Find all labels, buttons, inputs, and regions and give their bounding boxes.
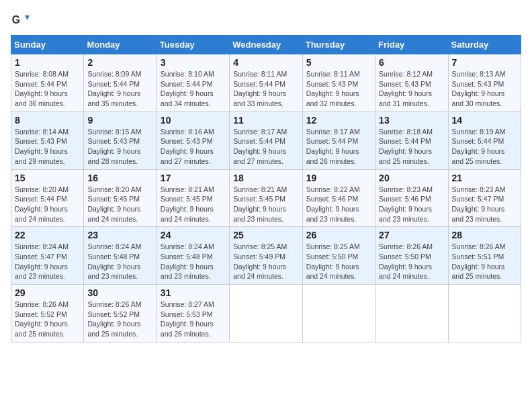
svg-text:G: G	[12, 14, 20, 26]
day-info: Sunrise: 8:20 AMSunset: 5:44 PMDaylight:…	[15, 185, 80, 224]
day-info: Sunrise: 8:24 AMSunset: 5:47 PMDaylight:…	[15, 242, 80, 281]
svg-marker-1	[25, 15, 30, 20]
day-info: Sunrise: 8:18 AMSunset: 5:44 PMDaylight:…	[379, 127, 444, 167]
calendar-day-cell: 25Sunrise: 8:25 AMSunset: 5:49 PMDayligh…	[230, 227, 302, 285]
day-info: Sunrise: 8:20 AMSunset: 5:45 PMDaylight:…	[87, 185, 152, 224]
weekday-header-tuesday: Tuesday	[157, 36, 229, 54]
day-info: Sunrise: 8:23 AMSunset: 5:47 PMDaylight:…	[452, 185, 517, 224]
day-info: Sunrise: 8:25 AMSunset: 5:50 PMDaylight:…	[306, 242, 371, 281]
weekday-header-friday: Friday	[375, 36, 448, 54]
day-info: Sunrise: 8:26 AMSunset: 5:52 PMDaylight:…	[15, 300, 80, 339]
day-info: Sunrise: 8:17 AMSunset: 5:44 PMDaylight:…	[306, 127, 371, 167]
day-number: 14	[452, 115, 517, 126]
day-info: Sunrise: 8:21 AMSunset: 5:45 PMDaylight:…	[161, 185, 226, 224]
calendar-table: SundayMondayTuesdayWednesdayThursdayFrid…	[11, 35, 521, 342]
calendar-day-cell: 7Sunrise: 8:13 AMSunset: 5:43 PMDaylight…	[448, 54, 521, 112]
calendar-week-row: 29Sunrise: 8:26 AMSunset: 5:52 PMDayligh…	[11, 285, 521, 342]
day-number: 17	[161, 173, 226, 183]
day-info: Sunrise: 8:11 AMSunset: 5:43 PMDaylight:…	[306, 69, 371, 109]
calendar-week-row: 1Sunrise: 8:08 AMSunset: 5:44 PMDaylight…	[11, 54, 521, 112]
calendar-day-cell: 5Sunrise: 8:11 AMSunset: 5:43 PMDaylight…	[302, 54, 375, 112]
calendar-day-cell: 16Sunrise: 8:20 AMSunset: 5:45 PMDayligh…	[84, 169, 157, 227]
calendar-day-cell: 21Sunrise: 8:23 AMSunset: 5:47 PMDayligh…	[448, 169, 521, 227]
day-number: 4	[233, 57, 298, 68]
calendar-day-cell: 29Sunrise: 8:26 AMSunset: 5:52 PMDayligh…	[11, 285, 84, 342]
day-number: 2	[87, 57, 152, 68]
day-info: Sunrise: 8:27 AMSunset: 5:53 PMDaylight:…	[161, 300, 226, 339]
weekday-header-thursday: Thursday	[302, 36, 375, 54]
day-number: 20	[379, 173, 444, 183]
calendar-week-row: 22Sunrise: 8:24 AMSunset: 5:47 PMDayligh…	[11, 227, 521, 285]
day-number: 24	[161, 230, 226, 240]
calendar-day-cell: 14Sunrise: 8:19 AMSunset: 5:44 PMDayligh…	[448, 111, 521, 169]
calendar-day-cell: 24Sunrise: 8:24 AMSunset: 5:48 PMDayligh…	[157, 227, 229, 285]
calendar-day-cell: 15Sunrise: 8:20 AMSunset: 5:44 PMDayligh…	[11, 169, 84, 227]
day-number: 1	[15, 57, 80, 68]
calendar-day-cell: 13Sunrise: 8:18 AMSunset: 5:44 PMDayligh…	[375, 111, 448, 169]
day-info: Sunrise: 8:22 AMSunset: 5:46 PMDaylight:…	[306, 185, 371, 224]
day-number: 18	[233, 173, 298, 183]
day-number: 19	[306, 173, 371, 183]
day-info: Sunrise: 8:11 AMSunset: 5:44 PMDaylight:…	[233, 69, 298, 109]
day-info: Sunrise: 8:24 AMSunset: 5:48 PMDaylight:…	[161, 242, 226, 281]
day-number: 6	[379, 57, 444, 68]
day-info: Sunrise: 8:13 AMSunset: 5:43 PMDaylight:…	[452, 69, 517, 109]
calendar-day-cell: 20Sunrise: 8:23 AMSunset: 5:46 PMDayligh…	[375, 169, 448, 227]
calendar-week-row: 8Sunrise: 8:14 AMSunset: 5:43 PMDaylight…	[11, 111, 521, 169]
logo: G	[11, 11, 32, 30]
day-info: Sunrise: 8:26 AMSunset: 5:51 PMDaylight:…	[452, 242, 517, 281]
day-number: 9	[87, 115, 152, 126]
day-info: Sunrise: 8:17 AMSunset: 5:44 PMDaylight:…	[233, 127, 298, 167]
day-info: Sunrise: 8:08 AMSunset: 5:44 PMDaylight:…	[15, 69, 80, 109]
day-number: 31	[161, 287, 226, 298]
day-info: Sunrise: 8:21 AMSunset: 5:45 PMDaylight:…	[233, 185, 298, 224]
weekday-header-saturday: Saturday	[448, 36, 521, 54]
calendar-week-row: 15Sunrise: 8:20 AMSunset: 5:44 PMDayligh…	[11, 169, 521, 227]
day-number: 30	[87, 287, 152, 298]
day-info: Sunrise: 8:24 AMSunset: 5:48 PMDaylight:…	[87, 242, 152, 281]
day-number: 26	[306, 230, 371, 240]
empty-cell	[375, 285, 448, 342]
weekday-header-wednesday: Wednesday	[230, 36, 302, 54]
day-number: 8	[15, 115, 80, 126]
calendar-day-cell: 30Sunrise: 8:26 AMSunset: 5:52 PMDayligh…	[84, 285, 157, 342]
day-number: 25	[233, 230, 298, 240]
empty-cell	[230, 285, 302, 342]
day-number: 22	[15, 230, 80, 240]
day-number: 7	[452, 57, 517, 68]
day-info: Sunrise: 8:23 AMSunset: 5:46 PMDaylight:…	[379, 185, 444, 224]
day-info: Sunrise: 8:19 AMSunset: 5:44 PMDaylight:…	[452, 127, 517, 167]
calendar-day-cell: 18Sunrise: 8:21 AMSunset: 5:45 PMDayligh…	[230, 169, 302, 227]
day-number: 10	[161, 115, 226, 126]
calendar-day-cell: 26Sunrise: 8:25 AMSunset: 5:50 PMDayligh…	[302, 227, 375, 285]
day-number: 5	[306, 57, 371, 68]
day-info: Sunrise: 8:12 AMSunset: 5:43 PMDaylight:…	[379, 69, 444, 109]
day-info: Sunrise: 8:26 AMSunset: 5:50 PMDaylight:…	[379, 242, 444, 281]
calendar-day-cell: 6Sunrise: 8:12 AMSunset: 5:43 PMDaylight…	[375, 54, 448, 112]
weekday-header-sunday: Sunday	[11, 36, 84, 54]
calendar-day-cell: 8Sunrise: 8:14 AMSunset: 5:43 PMDaylight…	[11, 111, 84, 169]
calendar-day-cell: 4Sunrise: 8:11 AMSunset: 5:44 PMDaylight…	[230, 54, 302, 112]
day-number: 27	[379, 230, 444, 240]
day-number: 28	[452, 230, 517, 240]
day-number: 16	[87, 173, 152, 183]
day-info: Sunrise: 8:09 AMSunset: 5:44 PMDaylight:…	[87, 69, 152, 109]
day-info: Sunrise: 8:14 AMSunset: 5:43 PMDaylight:…	[15, 127, 80, 167]
day-info: Sunrise: 8:26 AMSunset: 5:52 PMDaylight:…	[87, 300, 152, 339]
calendar-day-cell: 28Sunrise: 8:26 AMSunset: 5:51 PMDayligh…	[448, 227, 521, 285]
calendar-day-cell: 10Sunrise: 8:16 AMSunset: 5:43 PMDayligh…	[157, 111, 229, 169]
logo-icon: G	[11, 11, 30, 30]
calendar-day-cell: 2Sunrise: 8:09 AMSunset: 5:44 PMDaylight…	[84, 54, 157, 112]
weekday-header-monday: Monday	[84, 36, 157, 54]
page-header: G	[11, 11, 521, 30]
day-number: 23	[87, 230, 152, 240]
day-number: 21	[452, 173, 517, 183]
day-number: 11	[233, 115, 298, 126]
calendar-day-cell: 11Sunrise: 8:17 AMSunset: 5:44 PMDayligh…	[230, 111, 302, 169]
calendar-day-cell: 27Sunrise: 8:26 AMSunset: 5:50 PMDayligh…	[375, 227, 448, 285]
day-number: 13	[379, 115, 444, 126]
empty-cell	[302, 285, 375, 342]
calendar-day-cell: 19Sunrise: 8:22 AMSunset: 5:46 PMDayligh…	[302, 169, 375, 227]
day-number: 3	[161, 57, 226, 68]
day-info: Sunrise: 8:16 AMSunset: 5:43 PMDaylight:…	[161, 127, 226, 167]
